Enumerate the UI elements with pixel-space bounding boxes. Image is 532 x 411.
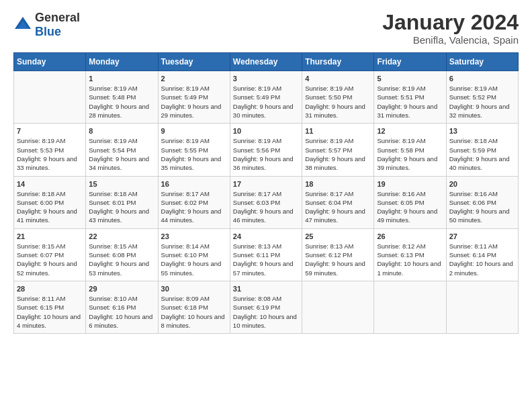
calendar-cell: 27Sunrise: 8:11 AMSunset: 6:14 PMDayligh…	[446, 228, 518, 281]
calendar-cell: 12Sunrise: 8:19 AMSunset: 5:58 PMDayligh…	[374, 124, 446, 176]
day-number: 9	[161, 127, 227, 135]
day-number: 2	[161, 75, 227, 83]
cell-content: Sunrise: 8:19 AMSunset: 5:50 PMDaylight:…	[305, 84, 371, 120]
calendar-cell: 14Sunrise: 8:18 AMSunset: 6:00 PMDayligh…	[14, 176, 86, 228]
day-number: 14	[17, 180, 83, 188]
logo-blue: Blue	[35, 25, 61, 38]
day-number: 4	[305, 75, 371, 83]
day-number: 1	[89, 75, 154, 83]
calendar-cell: 17Sunrise: 8:17 AMSunset: 6:03 PMDayligh…	[230, 176, 302, 228]
cell-content: Sunrise: 8:12 AMSunset: 6:13 PMDaylight:…	[377, 242, 443, 277]
day-number: 8	[89, 127, 154, 135]
day-number: 10	[233, 127, 299, 135]
calendar-cell: 6Sunrise: 8:19 AMSunset: 5:52 PMDaylight…	[446, 71, 518, 124]
day-number: 30	[161, 285, 227, 293]
col-tuesday: Tuesday	[158, 53, 230, 71]
cell-content: Sunrise: 8:13 AMSunset: 6:12 PMDaylight:…	[305, 242, 371, 277]
day-number: 16	[161, 180, 227, 188]
calendar-cell: 1Sunrise: 8:19 AMSunset: 5:48 PMDaylight…	[86, 71, 158, 124]
cell-content: Sunrise: 8:11 AMSunset: 6:14 PMDaylight:…	[449, 242, 515, 277]
calendar-cell: 13Sunrise: 8:18 AMSunset: 5:59 PMDayligh…	[446, 124, 518, 176]
calendar-cell: 4Sunrise: 8:19 AMSunset: 5:50 PMDaylight…	[302, 71, 374, 124]
calendar-table: Sunday Monday Tuesday Wednesday Thursday…	[13, 52, 519, 334]
cell-content: Sunrise: 8:19 AMSunset: 5:49 PMDaylight:…	[233, 84, 299, 120]
calendar-cell: 3Sunrise: 8:19 AMSunset: 5:49 PMDaylight…	[230, 71, 302, 124]
day-number: 29	[89, 285, 154, 293]
day-number: 24	[233, 232, 299, 240]
day-number: 15	[89, 180, 154, 188]
cell-content: Sunrise: 8:19 AMSunset: 5:57 PMDaylight:…	[305, 136, 371, 172]
cell-content: Sunrise: 8:17 AMSunset: 6:03 PMDaylight:…	[233, 189, 299, 225]
calendar-week-row: 1Sunrise: 8:19 AMSunset: 5:48 PMDaylight…	[14, 71, 519, 124]
calendar-cell: 2Sunrise: 8:19 AMSunset: 5:49 PMDaylight…	[158, 71, 230, 124]
day-number: 26	[377, 232, 443, 240]
day-number: 6	[449, 75, 515, 83]
cell-content: Sunrise: 8:18 AMSunset: 6:00 PMDaylight:…	[17, 189, 83, 225]
cell-content: Sunrise: 8:17 AMSunset: 6:04 PMDaylight:…	[305, 189, 371, 225]
cell-content: Sunrise: 8:16 AMSunset: 6:06 PMDaylight:…	[449, 189, 515, 225]
day-number: 12	[377, 127, 443, 135]
calendar-cell: 31Sunrise: 8:08 AMSunset: 6:19 PMDayligh…	[230, 281, 302, 333]
calendar-cell: 18Sunrise: 8:17 AMSunset: 6:04 PMDayligh…	[302, 176, 374, 228]
calendar-cell	[14, 71, 86, 124]
col-friday: Friday	[374, 53, 446, 71]
cell-content: Sunrise: 8:18 AMSunset: 6:01 PMDaylight:…	[89, 189, 154, 225]
cell-content: Sunrise: 8:10 AMSunset: 6:16 PMDaylight:…	[89, 294, 154, 330]
calendar-cell: 9Sunrise: 8:19 AMSunset: 5:55 PMDaylight…	[158, 124, 230, 176]
day-number: 13	[449, 127, 515, 135]
cell-content: Sunrise: 8:19 AMSunset: 5:56 PMDaylight:…	[233, 136, 299, 172]
col-monday: Monday	[86, 53, 158, 71]
calendar-week-row: 7Sunrise: 8:19 AMSunset: 5:53 PMDaylight…	[14, 124, 519, 176]
calendar-cell: 28Sunrise: 8:11 AMSunset: 6:15 PMDayligh…	[14, 281, 86, 333]
day-number: 3	[233, 75, 299, 83]
day-number: 20	[449, 180, 515, 188]
logo-icon	[13, 15, 32, 34]
day-number: 7	[17, 127, 83, 135]
calendar-cell: 19Sunrise: 8:16 AMSunset: 6:05 PMDayligh…	[374, 176, 446, 228]
calendar-cell: 16Sunrise: 8:17 AMSunset: 6:02 PMDayligh…	[158, 176, 230, 228]
logo: General Blue	[13, 11, 80, 39]
title-block: January 2024 Benifla, Valencia, Spain	[382, 11, 519, 46]
cell-content: Sunrise: 8:15 AMSunset: 6:08 PMDaylight:…	[89, 242, 154, 277]
cell-content: Sunrise: 8:19 AMSunset: 5:53 PMDaylight:…	[17, 136, 83, 172]
calendar-cell	[374, 281, 446, 333]
day-number: 18	[305, 180, 371, 188]
cell-content: Sunrise: 8:18 AMSunset: 5:59 PMDaylight:…	[449, 136, 515, 172]
day-number: 23	[161, 232, 227, 240]
day-number: 25	[305, 232, 371, 240]
calendar-cell: 15Sunrise: 8:18 AMSunset: 6:01 PMDayligh…	[86, 176, 158, 228]
calendar-cell: 25Sunrise: 8:13 AMSunset: 6:12 PMDayligh…	[302, 228, 374, 281]
day-number: 19	[377, 180, 443, 188]
logo-text: General Blue	[35, 11, 80, 39]
day-number: 22	[89, 232, 154, 240]
day-number: 28	[17, 285, 83, 293]
col-wednesday: Wednesday	[230, 53, 302, 71]
calendar-cell: 29Sunrise: 8:10 AMSunset: 6:16 PMDayligh…	[86, 281, 158, 333]
cell-content: Sunrise: 8:19 AMSunset: 5:49 PMDaylight:…	[161, 84, 227, 120]
calendar-week-row: 14Sunrise: 8:18 AMSunset: 6:00 PMDayligh…	[14, 176, 519, 228]
day-number: 5	[377, 75, 443, 83]
cell-content: Sunrise: 8:14 AMSunset: 6:10 PMDaylight:…	[161, 242, 227, 277]
calendar-cell: 22Sunrise: 8:15 AMSunset: 6:08 PMDayligh…	[86, 228, 158, 281]
calendar-cell	[302, 281, 374, 333]
calendar-cell: 8Sunrise: 8:19 AMSunset: 5:54 PMDaylight…	[86, 124, 158, 176]
calendar-cell: 20Sunrise: 8:16 AMSunset: 6:06 PMDayligh…	[446, 176, 518, 228]
day-number: 11	[305, 127, 371, 135]
day-number: 31	[233, 285, 299, 293]
day-number: 21	[17, 232, 83, 240]
cell-content: Sunrise: 8:16 AMSunset: 6:05 PMDaylight:…	[377, 189, 443, 225]
day-number: 17	[233, 180, 299, 188]
calendar-cell: 10Sunrise: 8:19 AMSunset: 5:56 PMDayligh…	[230, 124, 302, 176]
page-title: January 2024	[382, 11, 519, 34]
col-sunday: Sunday	[14, 53, 86, 71]
cell-content: Sunrise: 8:09 AMSunset: 6:18 PMDaylight:…	[161, 294, 227, 330]
cell-content: Sunrise: 8:15 AMSunset: 6:07 PMDaylight:…	[17, 242, 83, 277]
calendar-cell: 11Sunrise: 8:19 AMSunset: 5:57 PMDayligh…	[302, 124, 374, 176]
cell-content: Sunrise: 8:19 AMSunset: 5:58 PMDaylight:…	[377, 136, 443, 172]
col-saturday: Saturday	[446, 53, 518, 71]
calendar-cell: 30Sunrise: 8:09 AMSunset: 6:18 PMDayligh…	[158, 281, 230, 333]
cell-content: Sunrise: 8:11 AMSunset: 6:15 PMDaylight:…	[17, 294, 83, 330]
calendar-cell: 26Sunrise: 8:12 AMSunset: 6:13 PMDayligh…	[374, 228, 446, 281]
cell-content: Sunrise: 8:13 AMSunset: 6:11 PMDaylight:…	[233, 242, 299, 277]
page-subtitle: Benifla, Valencia, Spain	[382, 34, 519, 46]
